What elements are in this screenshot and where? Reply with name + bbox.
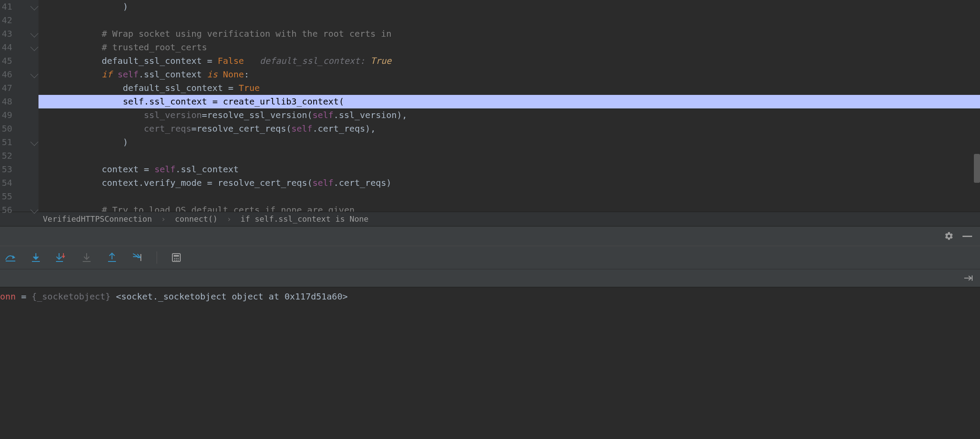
svg-point-8	[174, 258, 175, 259]
code-line: # Try to load OS default certs if none a…	[38, 203, 980, 212]
code-line: default_ssl_context = True	[38, 81, 980, 95]
code-line: context.verify_mode = resolve_cert_reqs(…	[38, 176, 980, 190]
fold-column[interactable]	[13, 0, 38, 212]
gear-icon	[944, 231, 954, 241]
run-to-cursor-icon	[132, 252, 143, 263]
variable-name: onn	[0, 291, 16, 302]
code-line: context = self.ssl_context	[38, 163, 980, 176]
line-number[interactable]: 54	[0, 176, 13, 190]
line-number[interactable]: 43	[0, 27, 13, 41]
svg-rect-0	[6, 261, 15, 261]
force-step-into-button[interactable]	[80, 251, 93, 264]
step-over-icon	[5, 253, 16, 262]
step-into-my-icon	[56, 252, 67, 263]
current-execution-line: self.ssl_context = create_urllib3_contex…	[38, 95, 980, 108]
code-line	[38, 14, 980, 27]
svg-rect-2	[56, 261, 63, 262]
svg-point-10	[178, 258, 179, 259]
breadcrumb-item[interactable]: VerifiedHTTPSConnection	[43, 214, 152, 223]
fold-icon[interactable]	[30, 70, 38, 78]
chevron-right-icon: ›	[227, 214, 231, 223]
step-into-icon	[31, 252, 41, 263]
variables-panel[interactable]: onn = {_socketobject} <socket._socketobj…	[0, 287, 980, 439]
calculator-icon	[172, 253, 181, 262]
scrollbar-thumb[interactable]	[974, 154, 980, 183]
step-over-button[interactable]	[4, 251, 17, 264]
line-number-gutter[interactable]: 41 42 43 44 45 46 47 48 49 50 51 52 53 5…	[0, 0, 13, 212]
fold-icon[interactable]	[30, 43, 38, 51]
line-number[interactable]: 48	[0, 95, 13, 108]
evaluate-expression-button[interactable]	[170, 251, 182, 264]
fold-icon[interactable]	[30, 138, 38, 146]
run-to-cursor-button[interactable]	[131, 251, 144, 264]
line-number[interactable]: 52	[0, 149, 13, 163]
code-line: # trusted_root_certs	[38, 41, 980, 54]
svg-point-9	[176, 258, 177, 259]
chevron-right-icon: ›	[161, 214, 166, 223]
code-line: )	[38, 136, 980, 149]
code-line: cert_reqs=resolve_cert_reqs(self.cert_re…	[38, 122, 980, 136]
line-number[interactable]: 45	[0, 54, 13, 68]
minimize-icon	[962, 236, 972, 237]
svg-rect-14	[972, 275, 973, 281]
breadcrumb-bar[interactable]: VerifiedHTTPSConnection › connect() › if…	[0, 212, 980, 226]
breadcrumb-item[interactable]: connect()	[175, 214, 218, 223]
expand-right-icon[interactable]	[963, 275, 973, 282]
debug-stepping-toolbar	[0, 246, 980, 269]
ide-editor: 41 42 43 44 45 46 47 48 49 50 51 52 53 5…	[0, 0, 980, 439]
variable-value: <socket._socketobject object at 0x117d51…	[111, 291, 348, 302]
fold-icon[interactable]	[30, 29, 38, 37]
step-into-button[interactable]	[30, 251, 42, 264]
code-line	[38, 190, 980, 203]
svg-rect-4	[108, 261, 116, 262]
step-out-icon	[107, 252, 117, 263]
code-line: # Wrap socket using verification with th…	[38, 27, 980, 41]
force-step-icon	[82, 252, 91, 263]
svg-rect-1	[32, 261, 40, 262]
line-number[interactable]: 44	[0, 41, 13, 54]
code-line	[38, 149, 980, 163]
settings-button[interactable]	[944, 231, 954, 241]
svg-rect-5	[140, 254, 141, 261]
line-number[interactable]: 47	[0, 81, 13, 95]
variable-type: {_socketobject}	[32, 291, 111, 302]
variable-row[interactable]: onn = {_socketobject} <socket._socketobj…	[0, 290, 980, 303]
svg-point-12	[176, 260, 177, 261]
svg-rect-7	[174, 255, 179, 257]
code-line: if self.ssl_context is None:	[38, 68, 980, 81]
code-editor[interactable]: 41 42 43 44 45 46 47 48 49 50 51 52 53 5…	[0, 0, 980, 212]
svg-rect-3	[83, 261, 91, 262]
line-number[interactable]: 51	[0, 136, 13, 149]
debug-panel-header	[0, 226, 980, 246]
breadcrumb-item[interactable]: if self.ssl_context is None	[241, 214, 369, 223]
code-line: default_ssl_context = False default_ssl_…	[38, 54, 980, 68]
frames-header-bar	[0, 269, 980, 287]
step-out-button[interactable]	[106, 251, 118, 264]
step-into-my-code-button[interactable]	[55, 251, 67, 264]
line-number[interactable]: 56	[0, 203, 13, 217]
code-body[interactable]: ) # Wrap socket using verification with …	[38, 0, 980, 212]
minimize-button[interactable]	[962, 236, 972, 237]
fold-icon[interactable]	[30, 2, 38, 10]
code-line: ssl_version=resolve_ssl_version(self.ssl…	[38, 108, 980, 122]
toolbar-separator	[157, 251, 157, 264]
line-number[interactable]: 46	[0, 68, 13, 81]
line-number[interactable]: 55	[0, 190, 13, 203]
line-number[interactable]: 42	[0, 14, 13, 27]
line-number[interactable]: 53	[0, 163, 13, 176]
svg-point-11	[174, 260, 175, 261]
code-line: )	[38, 0, 980, 14]
line-number[interactable]: 41	[0, 0, 13, 14]
svg-point-13	[178, 260, 179, 261]
line-number[interactable]: 49	[0, 108, 13, 122]
line-number[interactable]: 50	[0, 122, 13, 136]
